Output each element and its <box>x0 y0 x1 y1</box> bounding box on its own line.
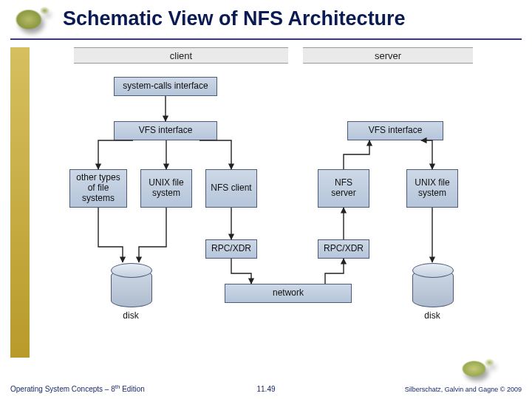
node-rpc-server: RPC/XDR <box>318 239 369 259</box>
node-nfs-server: NFS server <box>318 169 369 208</box>
dinosaur-icon <box>451 352 502 383</box>
node-vfs-server: VFS interface <box>347 121 443 140</box>
footer-copyright: Silberschatz, Galvin and Gagne © 2009 <box>405 386 522 393</box>
node-other-fs: other types of file systems <box>69 169 127 208</box>
node-network: network <box>225 284 352 303</box>
node-vfs-client: VFS interface <box>114 121 217 140</box>
nfs-diagram: client server system-calls interface VFS… <box>59 47 488 358</box>
disk-server-label: disk <box>412 310 452 321</box>
node-unix-server: UNIX file system <box>406 169 458 208</box>
column-header-client: client <box>74 47 288 64</box>
node-nfs-client: NFS client <box>205 169 257 208</box>
node-rpc-client: RPC/XDR <box>205 239 257 259</box>
disk-client-icon <box>111 269 152 307</box>
slide: Schematic View of NFS Architecture clien… <box>0 0 532 399</box>
node-syscalls: system-calls interface <box>114 77 217 96</box>
node-unix-client: UNIX file system <box>140 169 192 208</box>
dinosaur-icon <box>7 0 61 35</box>
disk-client-label: disk <box>111 310 151 321</box>
page-title: Schematic View of NFS Architecture <box>63 7 406 30</box>
column-header-server: server <box>303 47 473 64</box>
disk-server-icon <box>412 269 454 307</box>
accent-strip <box>10 47 30 358</box>
title-underline <box>10 38 522 40</box>
